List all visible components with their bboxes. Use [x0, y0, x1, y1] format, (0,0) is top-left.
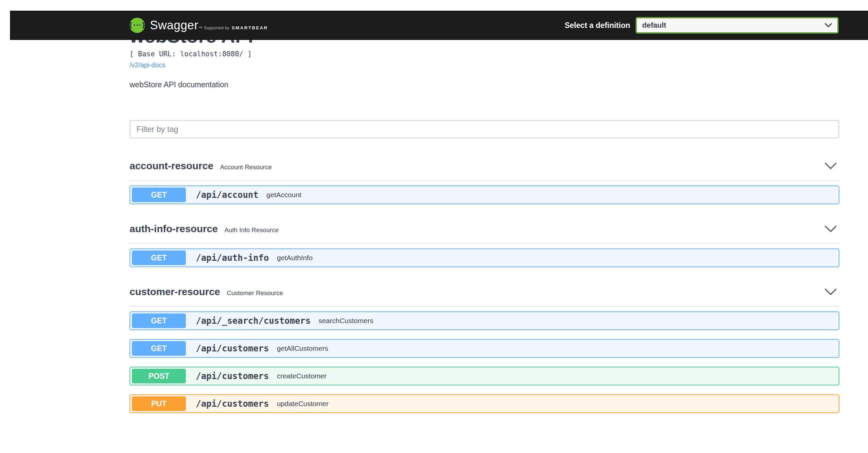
operations-list: GET /api/account getAccount: [130, 185, 839, 204]
operation-row[interactable]: GET /api/auth-info getAuthInfo: [130, 248, 839, 267]
smartbear-brand: SMARTBEAR: [232, 25, 268, 30]
method-badge: GET: [132, 250, 186, 265]
chevron-down-icon: [825, 225, 837, 233]
operation-path: /api/account: [196, 190, 258, 200]
chevron-down-icon: [825, 23, 832, 28]
operation-row[interactable]: PUT /api/customers updateCustomer: [130, 394, 839, 413]
collapse-section-button[interactable]: [822, 162, 839, 170]
brand-name: Swagger™: [150, 18, 203, 32]
base-url: [ Base URL: localhost:8080/ ]: [130, 50, 839, 58]
tag-name: customer-resource: [130, 286, 220, 297]
method-badge: GET: [132, 341, 186, 356]
operations-list: GET /api/_search/customers searchCustome…: [130, 311, 839, 413]
spec-link[interactable]: /v2/api-docs: [130, 61, 165, 69]
collapse-section-button[interactable]: [822, 225, 839, 233]
operations-list: GET /api/auth-info getAuthInfo: [130, 248, 839, 267]
definition-select[interactable]: default: [636, 17, 839, 34]
operation-id: getAuthInfo: [277, 254, 312, 262]
tag-header[interactable]: customer-resource Customer Resource: [130, 286, 839, 306]
operation-row[interactable]: GET /api/_search/customers searchCustome…: [130, 311, 839, 330]
api-documentation: webStore API 0.0.1 [ Base URL: localhost…: [130, 0, 839, 413]
filter-by-tag-input[interactable]: [130, 120, 839, 139]
api-description: webStore API documentation: [130, 80, 839, 89]
method-badge: GET: [132, 187, 186, 202]
definition-selected-value: default: [642, 21, 666, 30]
tag-name: auth-info-resource: [130, 223, 218, 235]
chevron-down-icon: [825, 162, 837, 170]
operation-id: getAllCustomers: [277, 344, 328, 353]
operation-row[interactable]: POST /api/customers createCustomer: [130, 367, 839, 385]
tag-description: Auth Info Resource: [224, 227, 279, 234]
operation-path: /api/customers: [196, 371, 269, 381]
braces-icon: {···}: [128, 21, 146, 30]
operation-id: getAccount: [267, 191, 302, 199]
operation-path: /api/customers: [196, 343, 269, 354]
operation-id: createCustomer: [277, 372, 327, 380]
tag-section-auth-info-resource: auth-info-resource Auth Info Resource GE…: [130, 223, 839, 267]
method-badge: POST: [132, 369, 186, 383]
method-badge: PUT: [132, 396, 186, 411]
tag-header[interactable]: account-resource Account Resource: [130, 160, 839, 181]
operation-row[interactable]: GET /api/customers getAllCustomers: [130, 339, 839, 358]
operation-path: /api/customers: [196, 399, 269, 409]
operation-path: /api/_search/customers: [196, 316, 310, 326]
tag-description: Customer Resource: [227, 290, 283, 297]
definition-select-label: Select a definition: [564, 21, 630, 30]
chevron-down-icon: [825, 288, 837, 296]
collapse-section-button[interactable]: [822, 288, 839, 296]
swagger-logo-icon: {···}: [130, 18, 145, 33]
tag-header[interactable]: auth-info-resource Auth Info Resource: [130, 223, 839, 243]
definition-select-group: Select a definition default: [564, 17, 839, 34]
operation-row[interactable]: GET /api/account getAccount: [130, 185, 839, 204]
tag-section-account-resource: account-resource Account Resource GET /a…: [130, 160, 839, 204]
trademark-mark: ™: [198, 26, 203, 30]
operation-path: /api/auth-info: [196, 253, 269, 263]
operation-id: searchCustomers: [318, 317, 373, 325]
swagger-logo-link[interactable]: {···} Swagger™ Supported bySMARTBEAR: [130, 18, 268, 33]
method-badge: GET: [132, 313, 186, 328]
operation-id: updateCustomer: [277, 400, 329, 408]
topbar: {···} Swagger™ Supported bySMARTBEAR Sel…: [10, 11, 868, 40]
tag-description: Account Resource: [220, 163, 272, 171]
swagger-wordmark: Swagger™ Supported bySMARTBEAR: [150, 19, 268, 31]
tag-name: account-resource: [130, 160, 214, 172]
tag-section-customer-resource: customer-resource Customer Resource GET …: [130, 286, 839, 413]
brand-tagline: Supported bySMARTBEAR: [204, 26, 268, 30]
